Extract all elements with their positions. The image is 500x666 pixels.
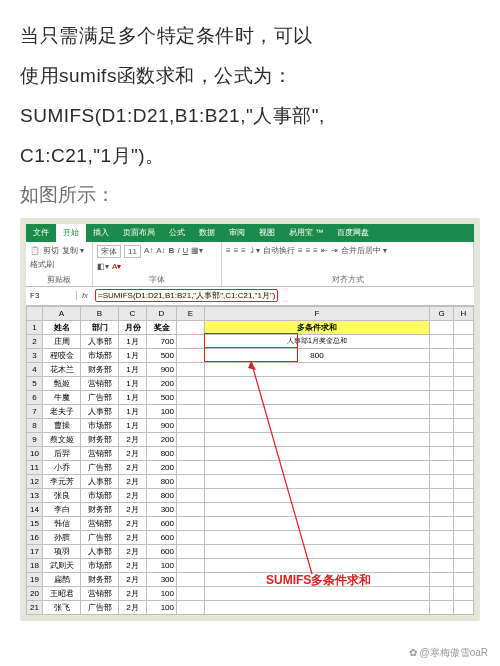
cell[interactable]: 甄姬: [43, 376, 81, 390]
font-shrink-icon[interactable]: A↓: [156, 245, 165, 258]
cell[interactable]: 100: [147, 586, 177, 600]
cell-D1[interactable]: 奖金: [147, 320, 177, 334]
cell[interactable]: 王昭君: [43, 586, 81, 600]
cell[interactable]: [454, 600, 474, 614]
row-head[interactable]: 10: [27, 446, 43, 460]
cell-E1[interactable]: [177, 320, 205, 334]
cell[interactable]: 600: [147, 516, 177, 530]
cell[interactable]: [430, 390, 454, 404]
cell[interactable]: 2月: [119, 460, 147, 474]
cell[interactable]: 500: [147, 390, 177, 404]
cell[interactable]: 项羽: [43, 544, 81, 558]
cell[interactable]: 1月: [119, 348, 147, 362]
tab-view[interactable]: 视图: [252, 224, 282, 242]
font-size-select[interactable]: 11: [124, 245, 141, 258]
align-center-icon[interactable]: ≡: [306, 245, 311, 256]
cell[interactable]: 武则天: [43, 558, 81, 572]
cell[interactable]: 人事部: [81, 404, 119, 418]
row-head[interactable]: 15: [27, 516, 43, 530]
cell[interactable]: [430, 404, 454, 418]
cell[interactable]: [430, 572, 454, 586]
tab-data[interactable]: 数据: [192, 224, 222, 242]
cell[interactable]: 800: [205, 348, 430, 362]
row-head[interactable]: 11: [27, 460, 43, 474]
col-A[interactable]: A: [43, 306, 81, 320]
cell[interactable]: 2月: [119, 474, 147, 488]
cell[interactable]: 1月: [119, 404, 147, 418]
cut-button[interactable]: 剪切: [43, 245, 59, 256]
cell[interactable]: [205, 404, 430, 418]
cell[interactable]: 2月: [119, 432, 147, 446]
cell[interactable]: 市场部: [81, 488, 119, 502]
cell[interactable]: [205, 488, 430, 502]
cell[interactable]: 2月: [119, 558, 147, 572]
cell[interactable]: [177, 432, 205, 446]
cell[interactable]: [205, 530, 430, 544]
cell[interactable]: [430, 334, 454, 348]
cell[interactable]: [430, 446, 454, 460]
cell[interactable]: 2月: [119, 502, 147, 516]
cell[interactable]: [177, 586, 205, 600]
row-head[interactable]: 21: [27, 600, 43, 614]
cell[interactable]: 1月: [119, 376, 147, 390]
cell[interactable]: [454, 418, 474, 432]
cell[interactable]: 市场部: [81, 348, 119, 362]
row-head[interactable]: 13: [27, 488, 43, 502]
tab-layout[interactable]: 页面布局: [116, 224, 162, 242]
align-left-icon[interactable]: ≡: [298, 245, 303, 256]
cell[interactable]: [430, 418, 454, 432]
cell[interactable]: 1月: [119, 334, 147, 348]
cell[interactable]: 孙膑: [43, 530, 81, 544]
col-G[interactable]: G: [430, 306, 454, 320]
col-F[interactable]: F: [205, 306, 430, 320]
cell[interactable]: 人事部: [81, 544, 119, 558]
cell[interactable]: [430, 530, 454, 544]
row-head[interactable]: 5: [27, 376, 43, 390]
cell[interactable]: 李白: [43, 502, 81, 516]
cell[interactable]: [430, 474, 454, 488]
select-all[interactable]: [27, 306, 43, 320]
cell[interactable]: [430, 544, 454, 558]
cell[interactable]: [454, 460, 474, 474]
cell[interactable]: [177, 600, 205, 614]
cell[interactable]: 800: [147, 474, 177, 488]
cell[interactable]: [430, 362, 454, 376]
cell[interactable]: 600: [147, 530, 177, 544]
paste-button[interactable]: 📋: [30, 245, 40, 256]
align-top-icon[interactable]: ≡: [226, 245, 231, 256]
cell[interactable]: [177, 488, 205, 502]
cell[interactable]: [205, 600, 430, 614]
cell[interactable]: 扁鹊: [43, 572, 81, 586]
cell[interactable]: 牛魔: [43, 390, 81, 404]
cell[interactable]: [430, 586, 454, 600]
cell[interactable]: [454, 362, 474, 376]
cell[interactable]: [205, 502, 430, 516]
cell[interactable]: 100: [147, 600, 177, 614]
cell[interactable]: [454, 502, 474, 516]
cell[interactable]: 2月: [119, 530, 147, 544]
cell[interactable]: 人事部: [81, 474, 119, 488]
cell[interactable]: [205, 362, 430, 376]
cell[interactable]: 财务部: [81, 432, 119, 446]
cell[interactable]: 广告部: [81, 530, 119, 544]
row-head[interactable]: 20: [27, 586, 43, 600]
cell[interactable]: [454, 432, 474, 446]
col-H[interactable]: H: [454, 306, 474, 320]
cell[interactable]: 营销部: [81, 376, 119, 390]
row-head[interactable]: 7: [27, 404, 43, 418]
cell[interactable]: [430, 460, 454, 474]
cell[interactable]: [430, 432, 454, 446]
name-box[interactable]: F3: [26, 291, 77, 300]
cell[interactable]: [454, 446, 474, 460]
cell[interactable]: [177, 446, 205, 460]
merge-button[interactable]: 合并后居中 ▾: [341, 245, 387, 256]
cell[interactable]: 1月: [119, 390, 147, 404]
cell[interactable]: [454, 558, 474, 572]
cell[interactable]: 李元芳: [43, 474, 81, 488]
cell[interactable]: [430, 348, 454, 362]
cell[interactable]: [430, 516, 454, 530]
cell[interactable]: [205, 390, 430, 404]
cell[interactable]: 700: [147, 334, 177, 348]
indent-dec-icon[interactable]: ⇤: [321, 245, 328, 256]
tab-review[interactable]: 审阅: [222, 224, 252, 242]
